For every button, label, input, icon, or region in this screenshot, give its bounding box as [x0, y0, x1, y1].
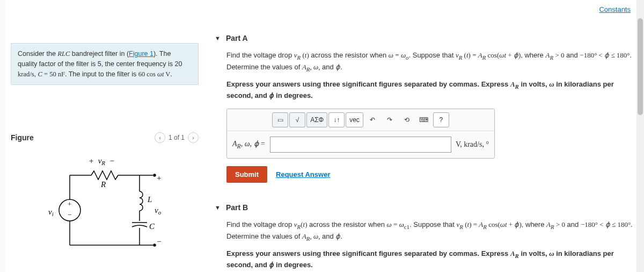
constants-link[interactable]: Constants	[599, 5, 631, 13]
figure-next-button[interactable]: ›	[188, 132, 199, 143]
sqrt-button[interactable]: √	[289, 112, 305, 127]
figure-prev-button[interactable]: ‹	[155, 132, 165, 143]
part-b-instructions: Express your answers using three signifi…	[226, 248, 639, 270]
scrollbar[interactable]	[636, 0, 644, 272]
svg-text:−: −	[68, 211, 71, 219]
help-button[interactable]: ?	[433, 112, 449, 127]
figure-label: Figure	[11, 133, 34, 142]
figure-link[interactable]: Figure 1	[129, 50, 153, 58]
answer-input-a[interactable]	[270, 137, 451, 153]
svg-text:L: L	[147, 195, 152, 204]
redo-button[interactable]: ↷	[382, 112, 398, 127]
svg-point-12	[153, 174, 156, 176]
svg-text:R: R	[100, 180, 106, 189]
undo-button[interactable]: ↶	[364, 112, 380, 127]
greek-button[interactable]: ΑΣΦ	[306, 112, 327, 127]
updown-button[interactable]: ↓↑	[328, 112, 345, 127]
part-a-prompt: Find the voltage drop vR (t) across the …	[226, 50, 639, 74]
request-answer-a[interactable]: Request Answer	[276, 170, 330, 178]
answer-lhs: AR, ω, ϕ =	[232, 139, 266, 150]
vec-button[interactable]: vec	[346, 112, 363, 127]
svg-text:+: +	[157, 174, 161, 182]
svg-text:vo: vo	[155, 206, 162, 216]
part-a-title: Part A	[226, 34, 248, 42]
part-b-title: Part B	[226, 203, 248, 212]
part-a-instructions: Express your answers using three signifi…	[226, 79, 639, 101]
svg-point-13	[153, 244, 156, 246]
part-b-toggle[interactable]: ▼	[215, 204, 221, 211]
part-a-toggle[interactable]: ▼	[215, 35, 221, 41]
svg-text:C: C	[149, 222, 155, 231]
part-b-prompt: Find the voltage drop vR(t) across the r…	[226, 219, 639, 243]
figure-page: 1 of 1	[169, 134, 185, 141]
svg-text:−: −	[157, 237, 161, 246]
answer-units: V, krad/s, °	[456, 140, 489, 149]
keyboard-button[interactable]: ⌨	[416, 112, 432, 127]
templates-button[interactable]: ▭	[272, 112, 288, 127]
svg-text:+  vR  −: + vR −	[89, 156, 115, 166]
circuit-diagram: + vR − R L C + vo − vi + −	[38, 154, 166, 261]
svg-text:vi: vi	[48, 207, 54, 217]
reset-button[interactable]: ⟲	[399, 112, 415, 127]
problem-statement: Consider the RLC bandreject filter in (F…	[11, 43, 199, 85]
submit-button-a[interactable]: Submit	[226, 166, 267, 183]
svg-text:+: +	[68, 200, 71, 208]
